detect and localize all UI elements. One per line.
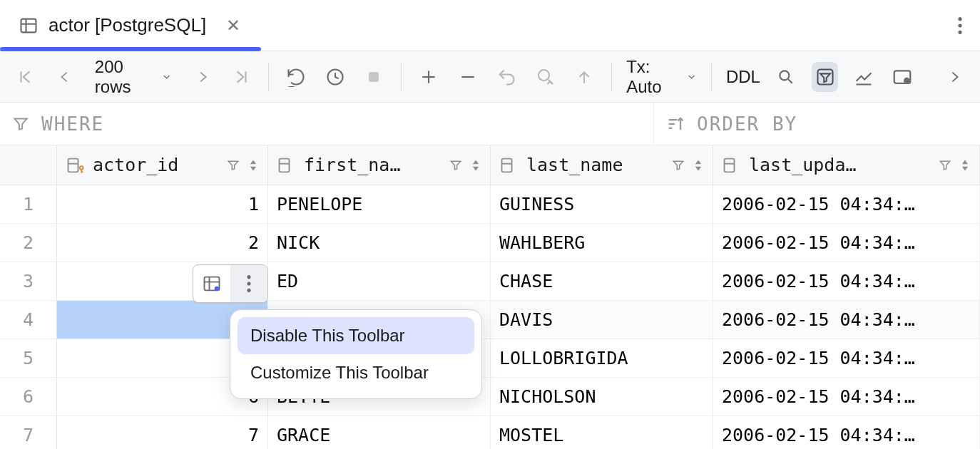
- cell-first-name[interactable]: ED: [268, 262, 491, 300]
- row-number[interactable]: 1: [0, 185, 57, 223]
- cell-last-name[interactable]: CHASE: [491, 262, 713, 300]
- view-options-button[interactable]: [889, 62, 915, 92]
- svg-marker-45: [962, 166, 968, 170]
- filter-icon[interactable]: [671, 158, 685, 172]
- column-icon: [499, 155, 519, 175]
- tx-mode-label: Tx: Auto: [626, 57, 680, 97]
- table-row[interactable]: 4 DAVIS 2006-02-15 04:34:…: [0, 301, 980, 339]
- column-name: last_name: [526, 155, 664, 175]
- last-page-button[interactable]: [228, 62, 254, 92]
- table-row[interactable]: 1 1 PENELOPE GUINESS 2006-02-15 04:34:…: [0, 185, 980, 224]
- svg-marker-36: [473, 160, 479, 164]
- close-icon[interactable]: ✕: [226, 16, 240, 36]
- orderby-filter[interactable]: ORDER BY: [653, 103, 980, 145]
- ddl-label: DDL: [726, 67, 760, 87]
- row-count-label: 200 rows: [95, 57, 154, 97]
- column-name: first_na…: [304, 155, 441, 175]
- column-header-first-name[interactable]: first_na…: [268, 145, 491, 185]
- cell-actor-id[interactable]: 7: [57, 416, 268, 449]
- revert-button[interactable]: [494, 62, 519, 92]
- cell-actor-id[interactable]: 1: [57, 185, 268, 223]
- cell-last-name[interactable]: GUINESS: [491, 185, 713, 223]
- table-row[interactable]: 2 2 NICK WAHLBERG 2006-02-15 04:34:…: [0, 224, 980, 262]
- auto-refresh-button[interactable]: [322, 62, 348, 92]
- sort-icon[interactable]: [693, 158, 704, 172]
- cell-last-update[interactable]: 2006-02-15 04:34:…: [713, 185, 980, 223]
- tab-overflow-menu[interactable]: [940, 16, 980, 36]
- column-header-last-name[interactable]: last_name: [491, 145, 713, 185]
- menu-item-label: Customize This Toolbar: [250, 363, 429, 382]
- cell-more-button[interactable]: [230, 265, 267, 302]
- tab-actor[interactable]: actor [PostgreSQL] ✕: [0, 0, 255, 51]
- refresh-button[interactable]: [283, 62, 309, 92]
- column-header-last-update[interactable]: last_upda…: [713, 145, 980, 185]
- tab-active-indicator: [0, 47, 261, 51]
- row-number[interactable]: 6: [0, 378, 57, 416]
- row-number[interactable]: 2: [0, 224, 57, 262]
- cell-last-update[interactable]: 2006-02-15 04:34:…: [713, 339, 980, 377]
- cell-last-name[interactable]: MOSTEL: [491, 416, 713, 449]
- cell-hover-toolbar: [193, 264, 268, 303]
- row-number[interactable]: 7: [0, 416, 57, 449]
- add-row-button[interactable]: [416, 62, 441, 92]
- next-page-button[interactable]: [190, 62, 215, 92]
- cell-last-update[interactable]: 2006-02-15 04:34:…: [713, 416, 980, 449]
- cell-last-update[interactable]: 2006-02-15 04:34:…: [713, 301, 980, 339]
- menu-item-disable-toolbar[interactable]: Disable This Toolbar: [238, 317, 474, 354]
- table-row[interactable]: 7 7 GRACE MOSTEL 2006-02-15 04:34:…: [0, 416, 980, 449]
- cell-last-name[interactable]: DAVIS: [491, 301, 713, 339]
- table-row[interactable]: 3 ED CHASE 2006-02-15 04:34:…: [0, 262, 980, 301]
- column-header-actor-id[interactable]: actor_id: [57, 145, 268, 185]
- submit-button[interactable]: [571, 62, 597, 92]
- cell-first-name[interactable]: NICK: [268, 224, 491, 262]
- prev-page-button[interactable]: [51, 62, 77, 92]
- row-number[interactable]: 5: [0, 339, 57, 377]
- cell-actor-id[interactable]: 2: [57, 224, 268, 262]
- filter-icon[interactable]: [226, 158, 240, 172]
- menu-item-customize-toolbar[interactable]: Customize This Toolbar: [238, 354, 474, 391]
- delete-row-button[interactable]: [455, 62, 481, 92]
- row-number[interactable]: 4: [0, 301, 57, 339]
- table-row[interactable]: 5 LOLLOBRIGIDA 2006-02-15 04:34:…: [0, 339, 980, 378]
- data-grid: actor_id first_na… last_name last_upda…: [0, 145, 980, 449]
- stop-button[interactable]: [361, 62, 387, 92]
- cell-last-update[interactable]: 2006-02-15 04:34:…: [713, 378, 980, 416]
- svg-point-53: [247, 282, 250, 285]
- row-number[interactable]: 3: [0, 262, 57, 300]
- filter-icon[interactable]: [938, 158, 952, 172]
- divider: [401, 63, 402, 91]
- preview-pending-button[interactable]: [532, 62, 558, 92]
- cell-first-name[interactable]: PENELOPE: [268, 185, 491, 223]
- filter-icon[interactable]: [449, 158, 463, 172]
- cell-last-name[interactable]: WAHLBERG: [491, 224, 713, 262]
- where-filter[interactable]: WHERE: [0, 103, 653, 145]
- search-button[interactable]: [773, 62, 799, 92]
- table-row[interactable]: 6 6 BETTE NICHOLSON 2006-02-15 04:34:…: [0, 378, 980, 416]
- chart-view-button[interactable]: [851, 62, 877, 92]
- cell-last-name[interactable]: LOLLOBRIGIDA: [491, 339, 713, 377]
- ddl-button[interactable]: DDL: [726, 67, 760, 87]
- cell-last-update[interactable]: 2006-02-15 04:34:…: [713, 224, 980, 262]
- filter-toggle-button[interactable]: [812, 62, 837, 92]
- cell-last-name[interactable]: NICHOLSON: [491, 378, 713, 416]
- sort-icon[interactable]: [470, 158, 481, 172]
- column-name: actor_id: [93, 155, 219, 175]
- svg-point-29: [80, 166, 83, 170]
- tab-bar: actor [PostgreSQL] ✕: [0, 0, 980, 51]
- sort-icon[interactable]: [247, 158, 259, 172]
- chevron-down-icon: [161, 71, 172, 83]
- first-page-button[interactable]: [13, 62, 39, 92]
- svg-rect-34: [280, 158, 290, 172]
- cell-last-update[interactable]: 2006-02-15 04:34:…: [713, 262, 980, 300]
- cell-first-name[interactable]: GRACE: [268, 416, 491, 449]
- svg-marker-44: [962, 160, 968, 164]
- column-icon: [722, 155, 742, 175]
- sort-icon[interactable]: [959, 158, 971, 172]
- grid-corner[interactable]: [0, 145, 57, 185]
- toolbar-overflow-button[interactable]: [941, 62, 967, 92]
- svg-marker-40: [695, 160, 701, 164]
- row-count-dropdown[interactable]: 200 rows: [91, 57, 177, 97]
- svg-marker-37: [473, 166, 479, 170]
- tx-mode-dropdown[interactable]: Tx: Auto: [626, 57, 697, 97]
- expand-cell-button[interactable]: [193, 265, 230, 302]
